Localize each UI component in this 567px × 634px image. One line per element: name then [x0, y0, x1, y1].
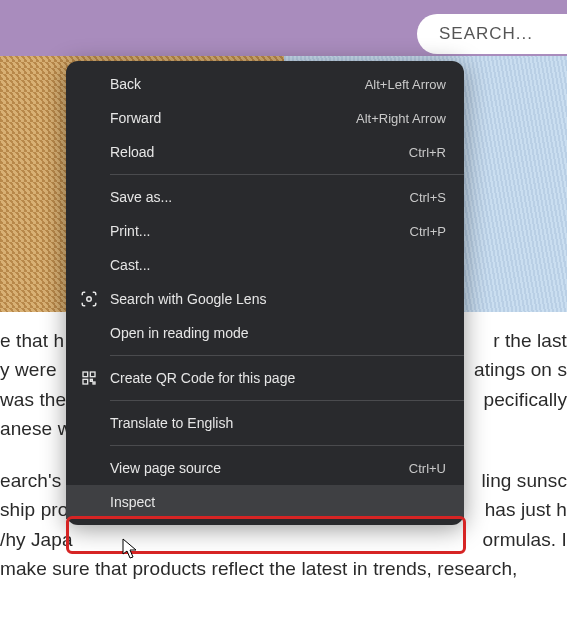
article-text: e that h [0, 326, 64, 355]
menu-label: Inspect [110, 494, 155, 510]
header-bar [0, 0, 567, 56]
svg-rect-3 [83, 379, 88, 384]
article-text: has just h [485, 495, 567, 524]
menu-separator [110, 355, 464, 356]
article-text: was the [0, 385, 66, 414]
search-container [417, 14, 567, 54]
menu-label: Create QR Code for this page [110, 370, 295, 386]
menu-separator [110, 400, 464, 401]
menu-shortcut: Ctrl+U [409, 461, 446, 476]
article-text: earch's s [0, 466, 76, 495]
menu-shortcut: Alt+Left Arrow [365, 77, 446, 92]
menu-item-back[interactable]: Back Alt+Left Arrow [66, 67, 464, 101]
menu-shortcut: Ctrl+S [410, 190, 446, 205]
menu-label: Back [110, 76, 141, 92]
menu-label: Save as... [110, 189, 172, 205]
article-text: ship pro [0, 495, 68, 524]
menu-separator [110, 174, 464, 175]
svg-rect-5 [93, 382, 95, 384]
svg-rect-2 [90, 372, 95, 377]
menu-item-translate[interactable]: Translate to English [66, 406, 464, 440]
svg-rect-1 [83, 372, 88, 377]
menu-item-google-lens[interactable]: Search with Google Lens [66, 282, 464, 316]
menu-shortcut: Ctrl+R [409, 145, 446, 160]
article-text: /hy Japa [0, 525, 73, 554]
svg-point-0 [87, 297, 92, 302]
article-text: make sure that products reflect the late… [0, 558, 517, 579]
menu-label: Open in reading mode [110, 325, 249, 341]
menu-item-forward[interactable]: Forward Alt+Right Arrow [66, 101, 464, 135]
google-lens-icon [80, 290, 98, 308]
article-text: r the last [493, 326, 567, 355]
context-menu: Back Alt+Left Arrow Forward Alt+Right Ar… [66, 61, 464, 525]
article-text: y were [0, 355, 57, 384]
article-text: ormulas. I [483, 525, 567, 554]
menu-label: Cast... [110, 257, 150, 273]
menu-item-qr-code[interactable]: Create QR Code for this page [66, 361, 464, 395]
menu-item-cast[interactable]: Cast... [66, 248, 464, 282]
menu-item-view-source[interactable]: View page source Ctrl+U [66, 451, 464, 485]
menu-label: Reload [110, 144, 154, 160]
article-text: ling sunsc [482, 466, 568, 495]
menu-item-print[interactable]: Print... Ctrl+P [66, 214, 464, 248]
menu-label: View page source [110, 460, 221, 476]
qr-code-icon [80, 369, 98, 387]
menu-item-reading-mode[interactable]: Open in reading mode [66, 316, 464, 350]
menu-item-reload[interactable]: Reload Ctrl+R [66, 135, 464, 169]
svg-rect-4 [90, 379, 92, 381]
menu-label: Forward [110, 110, 161, 126]
menu-label: Search with Google Lens [110, 291, 266, 307]
search-input[interactable] [439, 24, 567, 44]
menu-item-inspect[interactable]: Inspect [66, 485, 464, 519]
article-text: atings on s [474, 355, 567, 384]
menu-label: Translate to English [110, 415, 233, 431]
menu-shortcut: Alt+Right Arrow [356, 111, 446, 126]
menu-label: Print... [110, 223, 150, 239]
menu-separator [110, 445, 464, 446]
menu-item-save-as[interactable]: Save as... Ctrl+S [66, 180, 464, 214]
menu-shortcut: Ctrl+P [410, 224, 446, 239]
article-text: pecifically [484, 385, 567, 414]
article-text: anese w [0, 414, 71, 443]
